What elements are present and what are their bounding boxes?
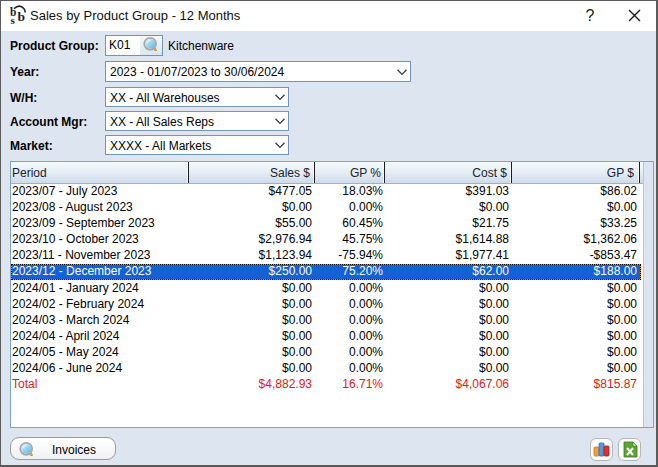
svg-text:s: s <box>11 14 16 26</box>
svg-text:b: b <box>18 9 26 24</box>
